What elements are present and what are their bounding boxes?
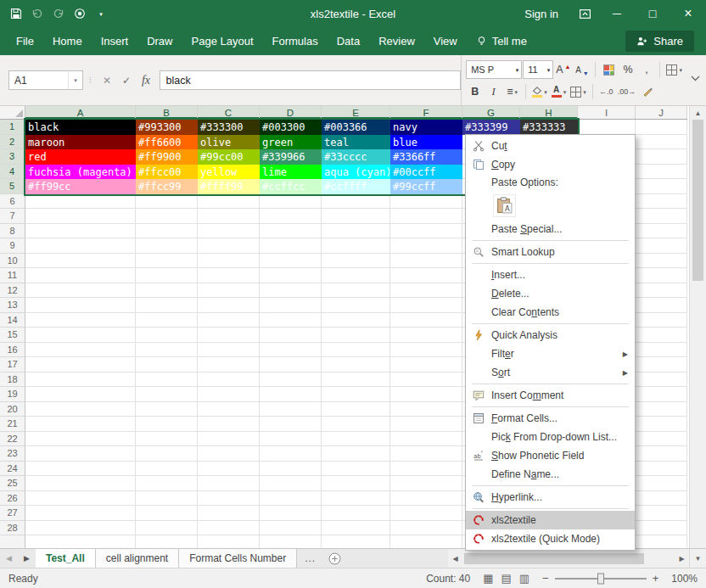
table-borders-icon[interactable]: ▾ <box>664 60 684 79</box>
percent-style-button[interactable]: % <box>619 60 636 79</box>
cell-D3[interactable]: #339966 <box>260 149 322 165</box>
cell-A11[interactable] <box>25 268 136 283</box>
menu-item-paste-special[interactable]: Paste Special... <box>466 220 635 238</box>
ribbon-tab-formulas[interactable]: Formulas <box>263 29 328 53</box>
cell-C1[interactable]: #333300 <box>198 120 260 135</box>
row-header-3[interactable]: 3 <box>0 149 25 165</box>
menu-item-sort[interactable]: Sort▶ <box>466 363 635 382</box>
menu-item-hyperlink[interactable]: Hyperlink... <box>466 488 635 507</box>
cell-E23[interactable] <box>322 446 390 462</box>
cell-A1[interactable]: black <box>25 120 136 135</box>
cell-D26[interactable] <box>260 491 322 507</box>
increase-decimal-button[interactable]: .00→ <box>616 82 638 101</box>
cell-F3[interactable]: #3366ff <box>390 149 462 165</box>
row-header-17[interactable]: 17 <box>0 357 25 372</box>
cell-B21[interactable] <box>136 417 198 432</box>
cell-D27[interactable] <box>260 506 322 521</box>
cell-J6[interactable] <box>636 194 687 210</box>
row-header-22[interactable]: 22 <box>0 432 25 447</box>
menu-item-insert[interactable]: Insert... <box>466 266 635 284</box>
cell-F24[interactable] <box>390 462 462 477</box>
scroll-left-icon[interactable]: ◀ <box>448 549 462 568</box>
cell-A15[interactable] <box>25 328 136 343</box>
redo-icon[interactable] <box>49 4 68 23</box>
cell-F2[interactable]: blue <box>390 135 462 150</box>
cell-F19[interactable] <box>390 387 462 402</box>
menu-item-insert-comment[interactable]: Insert Comment <box>466 386 635 405</box>
column-header-B[interactable]: B <box>136 106 198 119</box>
cell-E14[interactable] <box>322 313 390 328</box>
cell-E9[interactable] <box>322 238 390 254</box>
cell-E22[interactable] <box>322 432 390 447</box>
ribbon-tab-page-layout[interactable]: Page Layout <box>182 29 263 53</box>
menu-item-xls2textile[interactable]: xls2textile <box>466 511 635 529</box>
menu-item-smart-lookup[interactable]: Smart Lookup <box>466 243 635 261</box>
menu-item-xls2textile-quick-mode[interactable]: xls2textile (Quick Mode) <box>466 529 635 548</box>
cell-E18[interactable] <box>322 372 390 388</box>
cell-B9[interactable] <box>136 238 198 254</box>
cell-C2[interactable]: olive <box>198 135 260 150</box>
cell-D11[interactable] <box>260 268 322 283</box>
cell-B10[interactable] <box>136 254 198 269</box>
format-painter-icon[interactable] <box>638 82 656 101</box>
cell-B25[interactable] <box>136 476 198 491</box>
cell-C26[interactable] <box>198 491 260 507</box>
sheet-tab-cell-alignment[interactable]: cell alignment <box>96 549 179 568</box>
cell-A25[interactable] <box>25 476 136 491</box>
sign-in-link[interactable]: Sign in <box>524 8 558 20</box>
row-header-21[interactable]: 21 <box>0 417 25 432</box>
grow-font-button[interactable]: A▲ <box>554 60 572 79</box>
page-layout-view-icon[interactable]: ▤ <box>501 572 512 585</box>
ribbon-tab-draw[interactable]: Draw <box>137 29 182 53</box>
cell-J11[interactable] <box>636 268 687 283</box>
cell-A29[interactable] <box>25 535 136 548</box>
row-header-8[interactable]: 8 <box>0 224 25 239</box>
cell-D24[interactable] <box>260 462 322 477</box>
cell-A20[interactable] <box>25 402 136 417</box>
cell-E11[interactable] <box>322 268 390 283</box>
cell-E3[interactable]: #33cccc <box>322 149 390 165</box>
horizontal-scrollbar-thumb[interactable] <box>464 553 644 564</box>
cell-A24[interactable] <box>25 462 136 477</box>
cell-C7[interactable] <box>198 209 260 224</box>
font-color-button[interactable]: A ▾ <box>550 82 569 101</box>
cell-A4[interactable]: fuchsia (magenta) <box>25 165 136 180</box>
ribbon-tab-view[interactable]: View <box>424 29 467 53</box>
cell-C10[interactable] <box>198 254 260 269</box>
row-header-9[interactable]: 9 <box>0 238 25 254</box>
cell-A16[interactable] <box>25 343 136 358</box>
cell-B17[interactable] <box>136 357 198 372</box>
cell-B27[interactable] <box>136 506 198 521</box>
row-header-12[interactable]: 12 <box>0 283 25 299</box>
cell-F6[interactable] <box>390 194 462 210</box>
cell-D4[interactable]: lime <box>260 165 322 180</box>
cell-F18[interactable] <box>390 372 462 388</box>
vertical-scrollbar[interactable]: ▲ <box>689 106 706 548</box>
cell-J28[interactable] <box>636 521 687 536</box>
cell-C28[interactable] <box>198 521 260 536</box>
cell-E1[interactable]: #003366 <box>322 120 390 135</box>
cell-B1[interactable]: #993300 <box>136 120 198 135</box>
cell-C3[interactable]: #99cc00 <box>198 149 260 165</box>
cell-J7[interactable] <box>636 209 687 224</box>
cancel-entry-icon[interactable]: ✕ <box>98 70 117 90</box>
align-button[interactable]: ≡▾ <box>503 82 521 101</box>
qat-customize-chevron-icon[interactable]: ▾ <box>92 4 110 23</box>
cell-C14[interactable] <box>198 313 260 328</box>
cell-J26[interactable] <box>636 491 687 507</box>
undo-icon[interactable] <box>28 4 47 23</box>
menu-item-format-cells[interactable]: Format Cells... <box>466 409 635 428</box>
cell-F4[interactable]: #00ccff <box>390 165 462 180</box>
cell-F28[interactable] <box>390 521 462 536</box>
column-header-I[interactable]: I <box>578 106 636 119</box>
cell-E29[interactable] <box>322 535 390 548</box>
row-header-20[interactable]: 20 <box>0 402 25 417</box>
menu-item-pick-from-drop-down-list[interactable]: Pick From Drop-down List... <box>466 428 635 446</box>
cell-A17[interactable] <box>25 357 136 372</box>
zoom-slider-thumb[interactable] <box>597 573 604 584</box>
cell-C20[interactable] <box>198 402 260 417</box>
collapse-ribbon-chevron-icon[interactable] <box>691 76 700 81</box>
cell-E20[interactable] <box>322 402 390 417</box>
cell-F8[interactable] <box>390 224 462 239</box>
cell-A18[interactable] <box>25 372 136 388</box>
